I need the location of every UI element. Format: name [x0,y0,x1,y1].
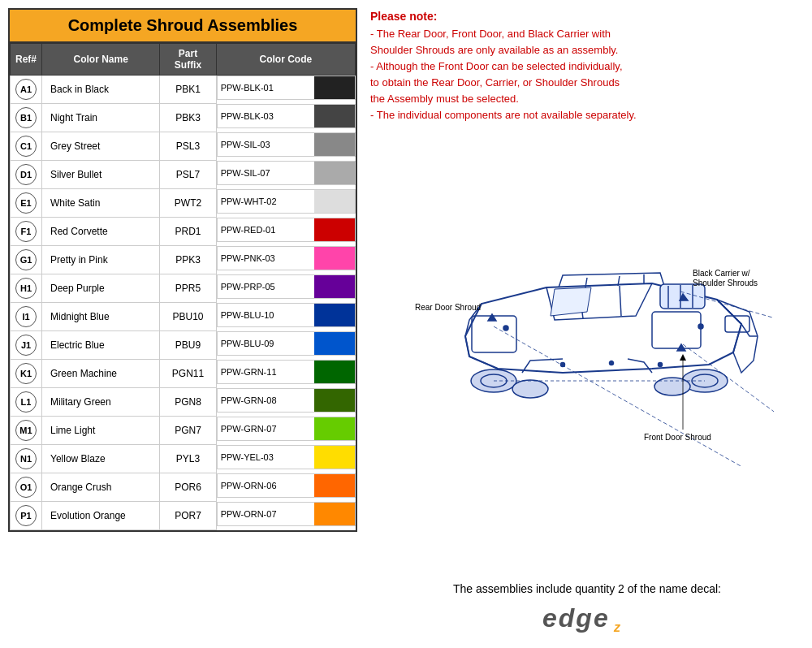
ref-cell: B1 [11,104,42,132]
color-code-text: PPW-PNK-03 [218,250,279,266]
diagram-area: Rear Door Shroud Black Carrier w/ Should… [370,131,804,574]
ref-circle: O1 [15,477,37,498]
ref-cell: I1 [11,303,42,331]
color-swatch [314,304,355,326]
table-row: M1Lime LightPGN7PPW-GRN-07 [11,417,356,445]
color-name-cell: White Satin [42,189,160,218]
ref-circle: I1 [15,306,37,327]
ref-cell: F1 [11,218,42,246]
svg-point-17 [659,362,663,366]
svg-rect-2 [652,312,701,348]
note-line: the Assembly must be selected. [370,91,804,107]
table-row: I1Midnight BluePBU10PPW-BLU-10 [11,303,356,331]
ref-circle: N1 [15,448,37,469]
color-swatch [314,105,355,127]
atv-diagram: Rear Door Shroud Black Carrier w/ Should… [400,239,774,466]
table-row: O1Orange CrushPOR6PPW-ORN-06 [11,473,356,502]
ref-circle: H1 [15,278,37,299]
table-row: C1Grey StreetPSL3PPW-SIL-03 [11,132,356,161]
note-box: Please note: - The Rear Door, Front Door… [370,8,804,124]
part-suffix-cell: PGN8 [160,388,216,417]
color-swatch [314,133,355,156]
color-swatch [314,190,355,213]
table-title: Complete Shroud Assemblies [10,10,356,43]
note-line: to obtain the Rear Door, Carrier, or Sho… [370,75,804,91]
part-suffix-cell: PBK3 [160,104,216,132]
color-code-cell: PPW-SIL-07 [217,161,356,185]
color-code-cell: PPW-GRN-08 [217,388,356,413]
note-line: - Although the Front Door can be selecte… [370,58,804,75]
bottom-text: The assemblies include quantity 2 of the… [370,581,804,598]
part-suffix-cell: PBK1 [160,76,216,104]
table-row: P1Evolution OrangePOR7PPW-ORN-07 [11,502,356,530]
color-name-cell: Lime Light [42,417,160,445]
part-suffix-cell: POR7 [160,502,216,530]
svg-point-8 [654,378,690,395]
color-name-cell: Night Train [42,104,160,132]
color-swatch [314,76,355,99]
part-suffix-cell: PPK3 [160,246,216,274]
color-swatch [314,275,355,298]
color-code-cell: PPW-ORN-06 [217,473,356,498]
ref-cell: E1 [11,189,42,218]
edge-logo: edge z [370,598,804,640]
color-code-cell: PPW-RED-01 [217,218,356,242]
color-name-cell: Yellow Blaze [42,445,160,473]
color-name-cell: Deep Purple [42,274,160,303]
color-swatch [314,218,355,241]
color-code-cell: PPW-GRN-11 [217,360,356,384]
note-line: - The individual components are not avai… [370,107,804,123]
color-swatch [314,247,355,270]
color-code-cell: PPW-BLK-03 [217,104,356,128]
table-row: L1Military GreenPGN8PPW-GRN-08 [11,388,356,417]
ref-cell: N1 [11,445,42,473]
color-code-text: PPW-YEL-03 [218,449,277,465]
color-code-text: PPW-ORN-06 [218,477,280,494]
color-code-text: PPW-BLK-01 [218,80,277,96]
ref-circle: M1 [15,420,37,441]
color-code-cell: PPW-WHT-02 [217,189,356,214]
note-line: - The Rear Door, Front Door, and Black C… [370,26,804,42]
col-part-suffix: PartSuffix [160,44,216,76]
color-swatch [314,332,355,355]
ref-cell: D1 [11,161,42,189]
color-name-cell: Evolution Orange [42,502,160,530]
color-code-cell: PPW-GRN-07 [217,417,356,441]
ref-cell: G1 [11,246,42,274]
color-code-cell: PPW-YEL-03 [217,445,356,469]
color-name-cell: Electric Blue [42,331,160,360]
part-suffix-cell: PSL7 [160,161,216,189]
table-row: E1White SatinPWT2PPW-WHT-02 [11,189,356,218]
color-name-cell: Grey Street [42,132,160,161]
bottom-section: The assemblies include quantity 2 of the… [370,581,804,640]
svg-point-16 [610,361,614,365]
ref-cell: M1 [11,417,42,445]
color-name-cell: Orange Crush [42,473,160,502]
note-lines: - The Rear Door, Front Door, and Black C… [370,26,804,124]
color-code-text: PPW-PRP-05 [218,279,279,295]
ref-circle: P1 [15,505,37,526]
color-name-cell: Midnight Blue [42,303,160,331]
ref-circle: D1 [15,164,37,185]
ref-circle: F1 [15,221,37,242]
ref-circle: G1 [15,249,37,270]
part-suffix-cell: PGN11 [160,360,216,388]
table-row: F1Red CorvettePRD1PPW-RED-01 [11,218,356,246]
color-name-cell: Red Corvette [42,218,160,246]
color-code-text: PPW-BLK-03 [218,108,277,124]
svg-text:edge: edge [542,603,610,633]
ref-circle: A1 [15,79,37,100]
ref-circle: L1 [15,391,37,413]
table-row: H1Deep PurplePPR5PPW-PRP-05 [11,274,356,303]
color-name-cell: Green Machine [42,360,160,388]
table-row: B1Night TrainPBK3PPW-BLK-03 [11,104,356,132]
ref-cell: J1 [11,331,42,360]
table-row: G1Pretty in PinkPPK3PPW-PNK-03 [11,246,356,274]
color-code-cell: PPW-BLK-01 [217,76,356,100]
color-swatch [314,474,355,497]
table-row: A1Back in BlackPBK1PPW-BLK-01 [11,76,356,104]
svg-text:Black Carrier w/: Black Carrier w/ [693,269,750,278]
color-swatch [314,446,355,469]
color-code-text: PPW-BLU-10 [218,307,278,323]
part-suffix-cell: PWT2 [160,189,216,218]
